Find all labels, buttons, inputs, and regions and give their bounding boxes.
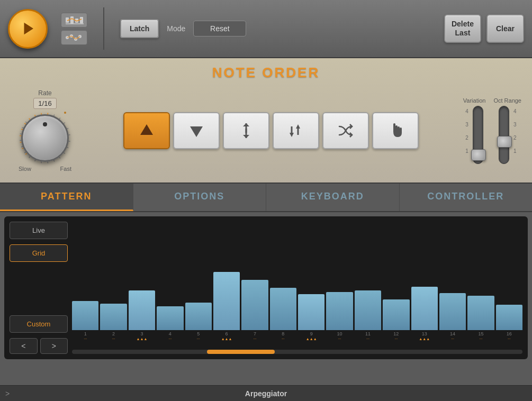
bar-3[interactable] (129, 290, 155, 330)
note-order-title: NOTE ORDER (0, 58, 532, 85)
arp-icon-top[interactable] (61, 13, 87, 28)
clear-button[interactable]: Clear (486, 14, 524, 43)
top-bar: Latch Mode Reset DeleteLast Clear (0, 0, 532, 58)
delete-last-button[interactable]: DeleteLast (444, 14, 481, 43)
direction-downup-button[interactable] (273, 112, 319, 149)
fast-label: Fast (60, 166, 71, 172)
oct-range-track: 4 3 2 1 (499, 106, 517, 164)
next-button[interactable]: > (40, 338, 68, 354)
bar-control-11: ··· (366, 337, 369, 341)
mode-display[interactable]: Reset (193, 21, 246, 37)
bar-1[interactable] (72, 301, 98, 330)
bar-column-6[interactable]: 6▲▲▲ (213, 222, 240, 341)
bar-number-3: 3 (140, 331, 143, 336)
bars-chart: 1···2···3▲▲▲4···5···6▲▲▲7···8···9▲▲▲10··… (72, 222, 522, 354)
custom-button[interactable]: Custom (10, 315, 68, 333)
bar-control-8: ··· (282, 337, 285, 341)
bar-column-4[interactable]: 4··· (157, 222, 183, 341)
variation-numbers: 4 3 2 1 (465, 106, 468, 154)
rate-area: Rate 1/16 // inline SVG tick generation … (11, 89, 79, 172)
bar-column-15[interactable]: 15··· (467, 222, 494, 341)
bar-control-1: ··· (84, 337, 87, 341)
bar-number-6: 6 (226, 331, 228, 336)
bar-7[interactable] (241, 280, 268, 330)
bar-10[interactable] (326, 292, 353, 330)
play-button[interactable] (8, 9, 48, 49)
knob-indicator-dot (64, 112, 66, 114)
bar-column-8[interactable]: 8··· (270, 222, 296, 341)
bar-control-6: ▲▲▲ (221, 337, 232, 341)
bar-column-16[interactable]: 16··· (496, 222, 522, 341)
direction-buttons (90, 112, 453, 149)
mode-label: Mode (167, 24, 185, 33)
bar-13[interactable] (411, 287, 438, 330)
note-order-section: NOTE ORDER Rate 1/16 // inline SVG tick … (0, 58, 532, 184)
bar-number-15: 15 (478, 331, 483, 336)
bar-15[interactable] (467, 296, 494, 330)
bars-area: 1···2···3▲▲▲4···5···6▲▲▲7···8···9▲▲▲10··… (72, 222, 522, 354)
bar-number-10: 10 (337, 331, 342, 336)
variation-thumb[interactable] (471, 149, 486, 161)
bar-column-11[interactable]: 11··· (355, 222, 381, 341)
bar-column-10[interactable]: 10··· (326, 222, 353, 341)
bar-number-5: 5 (197, 331, 200, 336)
pattern-sidebar: Live Grid Custom < > (10, 222, 68, 354)
bar-column-2[interactable]: 2··· (100, 222, 127, 341)
oct-range-slider[interactable] (499, 106, 509, 164)
scroll-bar[interactable] (72, 350, 522, 354)
bar-4[interactable] (157, 306, 183, 330)
bar-number-14: 14 (450, 331, 455, 336)
direction-updown-button[interactable] (223, 112, 269, 149)
bar-number-13: 13 (422, 331, 427, 336)
latch-area: Latch Mode Reset (120, 19, 434, 38)
svg-rect-2 (70, 16, 74, 24)
note-order-body: Rate 1/16 // inline SVG tick generation … (0, 85, 532, 183)
tab-controller[interactable]: CONTROLLER (400, 184, 533, 211)
oct-range-slider-group: Oct Range 4 3 2 1 (493, 97, 521, 164)
bar-11[interactable] (355, 290, 381, 330)
direction-shuffle-button[interactable] (322, 112, 369, 149)
variation-track: 4 3 2 1 (465, 106, 483, 164)
bar-6[interactable] (213, 272, 240, 330)
bar-column-7[interactable]: 7··· (241, 222, 268, 341)
variation-slider[interactable] (473, 106, 483, 164)
arp-icon-bottom[interactable] (61, 30, 87, 45)
direction-hold-button[interactable] (372, 112, 419, 149)
bar-column-14[interactable]: 14··· (439, 222, 466, 341)
bar-control-12: ··· (394, 337, 398, 341)
tab-keyboard[interactable]: KEYBOARD (266, 184, 400, 211)
latch-button[interactable]: Latch (120, 19, 159, 38)
status-arrow: > (5, 389, 10, 398)
prev-button[interactable]: < (10, 338, 38, 354)
bar-column-9[interactable]: 9▲▲▲ (298, 222, 324, 341)
direction-up-button[interactable] (123, 112, 170, 149)
tab-options[interactable]: OPTIONS (133, 184, 267, 211)
status-bar: > Arpeggiator (0, 385, 532, 401)
svg-marker-0 (24, 23, 33, 35)
bar-column-12[interactable]: 12··· (383, 222, 409, 341)
scroll-thumb[interactable] (207, 350, 275, 354)
oct-range-thumb[interactable] (497, 136, 512, 148)
bar-8[interactable] (270, 288, 296, 330)
bar-control-7: ··· (254, 337, 257, 341)
bar-column-3[interactable]: 3▲▲▲ (129, 222, 155, 341)
tab-pattern[interactable]: PATTERN (0, 184, 133, 211)
bar-16[interactable] (496, 305, 522, 330)
bar-9[interactable] (298, 294, 324, 330)
bar-2[interactable] (100, 304, 127, 330)
bar-12[interactable] (383, 299, 409, 330)
bar-column-5[interactable]: 5··· (185, 222, 212, 341)
oct-range-label: Oct Range (493, 97, 521, 104)
knob-body[interactable] (21, 114, 69, 162)
bar-column-13[interactable]: 13▲▲▲ (411, 222, 438, 341)
bar-control-13: ▲▲▲ (419, 337, 430, 341)
top-right-buttons: DeleteLast Clear (444, 14, 524, 43)
rate-knob[interactable]: // inline SVG tick generation done via t… (19, 112, 71, 165)
bar-14[interactable] (439, 293, 466, 330)
sliders-area: Variation 4 3 2 1 Oct Range (463, 97, 521, 164)
bar-5[interactable] (185, 303, 212, 330)
bar-column-1[interactable]: 1··· (72, 222, 98, 341)
direction-down-button[interactable] (173, 112, 220, 149)
grid-button[interactable]: Grid (10, 244, 68, 262)
live-button[interactable]: Live (10, 222, 68, 239)
